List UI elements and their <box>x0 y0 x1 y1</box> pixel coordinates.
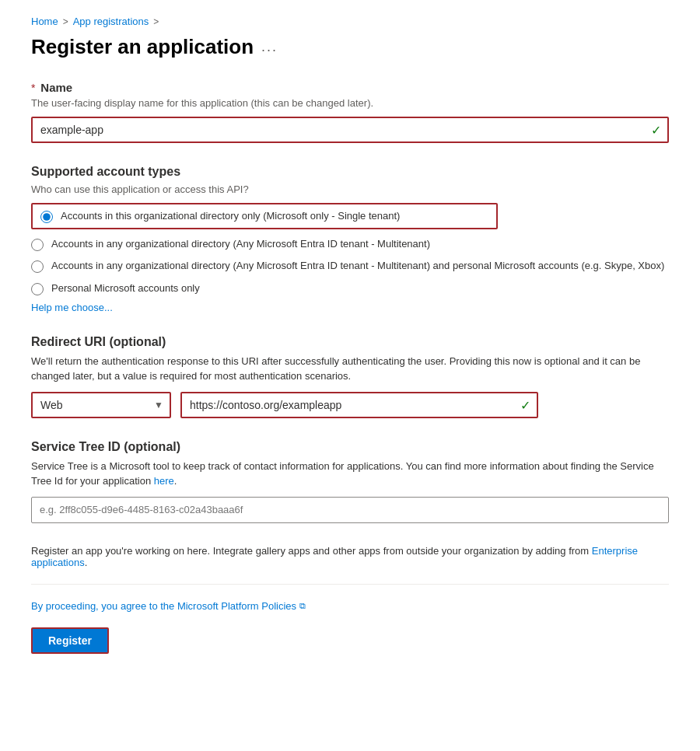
page-title: Register an application <box>31 35 254 59</box>
redirect-uri-description: We'll return the authentication response… <box>31 354 669 384</box>
account-option-1[interactable]: Accounts in this organizational director… <box>31 203 498 229</box>
service-tree-desc-after: . <box>174 475 177 487</box>
account-radio-3[interactable] <box>31 260 44 273</box>
policy-link[interactable]: By proceeding, you agree to the Microsof… <box>31 600 669 612</box>
account-option-2[interactable]: Accounts in any organizational directory… <box>31 237 669 251</box>
account-types-title: Supported account types <box>31 165 669 179</box>
radio-group: Accounts in this organizational director… <box>31 203 669 295</box>
footer-note-after: . <box>85 557 88 568</box>
required-star: * <box>31 82 35 94</box>
breadcrumb-sep1: > <box>63 16 68 27</box>
account-option-3[interactable]: Accounts in any organizational directory… <box>31 259 669 273</box>
redirect-uri-input[interactable] <box>180 392 538 418</box>
name-section: * Name The user-facing display name for … <box>31 81 669 143</box>
breadcrumb-home[interactable]: Home <box>31 16 58 27</box>
service-tree-input[interactable] <box>31 497 669 523</box>
redirect-check-icon: ✓ <box>520 397 530 412</box>
breadcrumb-sep2: > <box>153 16 159 27</box>
footer-note-before: Register an app you're working on here. … <box>31 545 592 557</box>
redirect-uri-input-wrapper: ✓ <box>180 392 538 418</box>
service-tree-here-link[interactable]: here <box>154 475 174 487</box>
account-label-1: Accounts in this organizational director… <box>61 209 400 223</box>
service-tree-section: Service Tree ID (optional) Service Tree … <box>31 440 669 523</box>
service-tree-desc-before: Service Tree is a Microsoft tool to keep… <box>31 460 654 487</box>
help-me-choose-link[interactable]: Help me choose... <box>31 302 113 313</box>
account-option-4[interactable]: Personal Microsoft accounts only <box>31 281 669 295</box>
footer-note: Register an app you're working on here. … <box>31 545 669 568</box>
account-label-3: Accounts in any organizational directory… <box>51 259 664 273</box>
name-input[interactable] <box>31 117 669 143</box>
external-link-icon: ⧉ <box>299 601 306 611</box>
name-input-wrapper: ✓ <box>31 117 669 143</box>
redirect-uri-row: Web SPA Public client/native (mobile & d… <box>31 392 669 418</box>
register-button[interactable]: Register <box>31 627 109 654</box>
account-types-section: Supported account types Who can use this… <box>31 165 669 313</box>
name-check-icon: ✓ <box>651 123 661 138</box>
name-description: The user-facing display name for this ap… <box>31 97 669 109</box>
more-options-button[interactable]: ... <box>261 39 278 55</box>
breadcrumb-app-registrations[interactable]: App registrations <box>73 16 149 27</box>
service-tree-input-wrapper <box>31 497 669 523</box>
redirect-uri-section: Redirect URI (optional) We'll return the… <box>31 335 669 418</box>
account-types-description: Who can use this application or access t… <box>31 183 669 195</box>
policy-text: By proceeding, you agree to the Microsof… <box>31 600 296 612</box>
breadcrumb: Home > App registrations > <box>31 16 669 27</box>
service-tree-description: Service Tree is a Microsoft tool to keep… <box>31 459 669 489</box>
account-radio-4[interactable] <box>31 283 44 295</box>
divider <box>31 584 669 585</box>
service-tree-title: Service Tree ID (optional) <box>31 440 669 454</box>
redirect-uri-title: Redirect URI (optional) <box>31 335 669 349</box>
page-header: Register an application ... <box>31 35 669 59</box>
account-radio-1[interactable] <box>40 211 53 223</box>
account-label-2: Accounts in any organizational directory… <box>51 237 430 251</box>
account-radio-2[interactable] <box>31 239 44 251</box>
redirect-type-select[interactable]: Web SPA Public client/native (mobile & d… <box>31 392 171 418</box>
redirect-type-select-wrapper: Web SPA Public client/native (mobile & d… <box>31 392 171 418</box>
account-label-4: Personal Microsoft accounts only <box>51 281 200 295</box>
name-label: Name <box>40 81 72 94</box>
